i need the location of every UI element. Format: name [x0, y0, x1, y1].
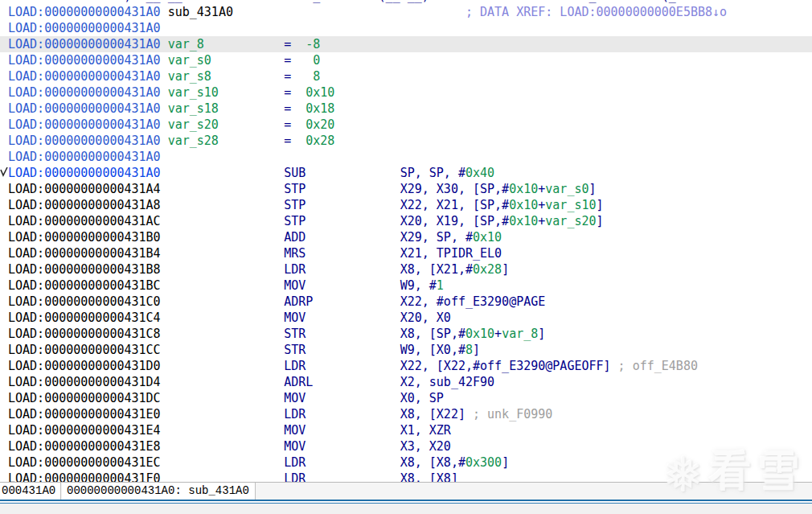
listing-token: var_s0: [168, 53, 211, 68]
listing-token: X20, X19, [SP,#: [400, 214, 509, 228]
listing-token: =: [284, 69, 291, 84]
listing-token: ]: [597, 198, 604, 212]
listing-token: [161, 391, 285, 405]
listing-token: STR: [284, 327, 400, 341]
listing-row-highlighted[interactable]: LOAD:00000000000431A0 var_8 = -8: [0, 36, 812, 52]
listing-token: LOAD:00000000000431A0: [8, 21, 161, 35]
listing-token: X1, XZR: [400, 423, 451, 438]
listing-row[interactable]: LOAD:00000000000431D0 LDR X22, [X22,#off…: [0, 358, 812, 374]
listing-row-current[interactable]: LOAD:00000000000431A0 SUB SP, SP, #0x40: [0, 165, 812, 181]
listing-row[interactable]: LOAD:00000000000431A8 STP X22, X21, [SP,…: [0, 197, 812, 213]
listing-token: [161, 310, 285, 325]
listing-token: [161, 166, 285, 180]
listing-token: X22, #off_E3290@PAGE: [400, 294, 546, 309]
listing-token: LOAD:00000000000431AC: [8, 214, 161, 228]
listing-token: [161, 375, 285, 389]
listing-token: [161, 117, 168, 132]
listing-token: MOV: [284, 439, 400, 454]
listing-token: [211, 53, 284, 68]
listing-row[interactable]: LOAD:00000000000431A0 var_s0 = 0: [0, 52, 812, 68]
listing-token: LOAD:00000000000431A0: [8, 69, 161, 84]
listing-token: X21, TPIDR_EL0: [400, 246, 502, 261]
listing-row[interactable]: LOAD:00000000000431A0 var_s28 = 0x28: [0, 133, 812, 149]
listing-row[interactable]: LOAD:00000000000431DC MOV X0, SP: [0, 390, 812, 406]
listing-token: [291, 134, 306, 148]
listing-token: SUB: [284, 166, 400, 180]
listing-token: LOAD:00000000000431CC: [8, 343, 161, 357]
listing-row[interactable]: LOAD:00000000000431A0 var_s18 = 0x18: [0, 101, 812, 117]
listing-token: [161, 5, 168, 19]
listing-token: MOV: [284, 310, 400, 325]
listing-token: var_s0: [545, 182, 588, 196]
listing-row[interactable]: LOAD:00000000000431B0 ADD X29, SP, #0x10: [0, 229, 812, 245]
listing-row[interactable]: LOAD:00000000000431C4 MOV X20, X0: [0, 310, 812, 326]
listing-row[interactable]: LOAD:00000000000431C0 ADRP X22, #off_E32…: [0, 294, 812, 310]
listing-row[interactable]: LOAD:00000000000431EC LDR X8, [X8,#0x300…: [0, 454, 812, 471]
listing-token: X8, [X8,#: [400, 455, 465, 470]
listing-token: [211, 69, 284, 84]
listing-token: LOAD:00000000000431EC: [8, 455, 161, 470]
listing-row[interactable]: LOAD:00000000000431B8 LDR X8, [X21,#0x28…: [0, 261, 812, 278]
listing-token: X3, X20: [400, 439, 451, 454]
listing-row[interactable]: LOAD:00000000000431E4 MOV X1, XZR: [0, 422, 812, 438]
listing-token: var_s20: [168, 117, 219, 132]
listing-token: [291, 101, 306, 116]
listing-token: LOAD:00000000000431A0: [8, 101, 161, 116]
listing-token: [291, 117, 306, 132]
listing-token: var_s18: [168, 101, 219, 116]
listing-token: var_s20: [545, 214, 596, 228]
listing-row[interactable]: LOAD:00000000000431CC STR W9, [X0,#8]: [0, 342, 812, 358]
disassembly-listing[interactable]: ) __ __ _ (__ __) _ (_LOAD:0000000000043…: [0, 0, 812, 487]
listing-row[interactable]: LOAD:00000000000431E8 MOV X3, X20: [0, 438, 812, 454]
listing-token: X8, [SP,#: [400, 327, 465, 341]
listing-token: +: [538, 214, 545, 228]
listing-token: LDR: [284, 262, 400, 277]
listing-token: 0x10: [509, 214, 538, 228]
status-current-location: 00000000000431A0: sub_431A0: [62, 483, 256, 500]
listing-token: [161, 230, 285, 245]
listing-token: 8: [313, 69, 320, 84]
listing-token: =: [284, 101, 291, 116]
listing-token: X0, SP: [400, 391, 444, 405]
listing-row[interactable]: LOAD:00000000000431A0 var_s10 = 0x10: [0, 84, 812, 101]
listing-row[interactable]: LOAD:00000000000431BC MOV W9, #1: [0, 278, 812, 294]
listing-token: LOAD:00000000000431B4: [8, 246, 161, 261]
listing-row[interactable]: LOAD:00000000000431C8 STR X8, [SP,#0x10+…: [0, 326, 812, 342]
listing-token: W9, [X0,#: [400, 343, 465, 357]
listing-token: [161, 262, 285, 277]
listing-token: [161, 455, 285, 470]
listing-token: X22, X21, [SP,#: [400, 198, 509, 212]
listing-token: ]: [589, 182, 597, 196]
listing-row[interactable]: LOAD:00000000000431A4 STP X29, X30, [SP,…: [0, 181, 812, 197]
listing-token: MRS: [284, 246, 400, 261]
listing-row[interactable]: LOAD:00000000000431AC STP X20, X19, [SP,…: [0, 213, 812, 229]
listing-row[interactable]: LOAD:00000000000431B4 MRS X21, TPIDR_EL0: [0, 245, 812, 261]
listing-token: 8: [465, 343, 473, 357]
listing-token: STR: [284, 343, 400, 357]
listing-token: 0x28: [473, 262, 502, 277]
listing-row[interactable]: LOAD:00000000000431A0 var_s20 = 0x20: [0, 117, 812, 133]
listing-row[interactable]: LOAD:00000000000431A0: [0, 149, 812, 165]
listing-token: [219, 101, 284, 116]
listing-token: 0x10: [473, 230, 502, 245]
listing-token: LOAD:00000000000431A8: [8, 198, 161, 212]
listing-token: [219, 85, 284, 100]
listing-row[interactable]: LOAD:00000000000431A0 sub_431A0 ; DATA X…: [0, 4, 812, 20]
listing-token: 0x10: [509, 182, 538, 196]
listing-token: var_s8: [168, 69, 211, 84]
listing-row[interactable]: LOAD:00000000000431A0: [0, 20, 812, 36]
listing-token: =: [284, 37, 291, 51]
listing-row[interactable]: LOAD:00000000000431A0 var_s8 = 8: [0, 68, 812, 84]
listing-row[interactable]: LOAD:00000000000431D4 ADRL X2, sub_42F90: [0, 374, 812, 390]
listing-token: LOAD:00000000000431A0: [8, 150, 161, 164]
listing-row[interactable]: LOAD:00000000000431E0 LDR X8, [X22] ; un…: [0, 406, 812, 422]
listing-token: X29, X30, [SP,#: [400, 182, 509, 196]
listing-token: LOAD:00000000000431A0: [8, 134, 161, 148]
listing-token: var_s28: [168, 134, 219, 148]
window-bottom-strip: [0, 504, 812, 514]
listing-token: ADRP: [284, 294, 400, 309]
listing-token: -8: [306, 37, 320, 51]
listing-token: ]: [538, 327, 545, 341]
listing-token: [161, 37, 168, 51]
listing-token: LOAD:00000000000431BC: [8, 278, 161, 293]
